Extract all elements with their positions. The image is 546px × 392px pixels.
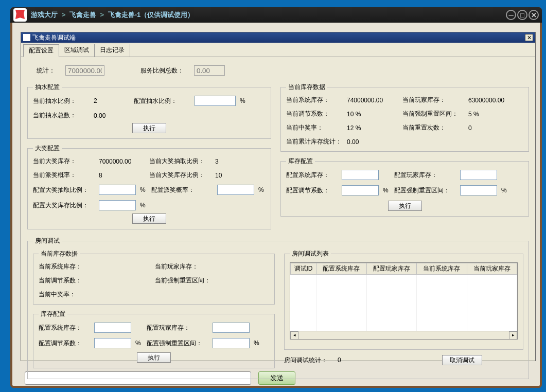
- tab-bar: 配置设置 区域调试 日志记录: [21, 43, 535, 57]
- room-debug-list-group: 房间调试列表 调试ID 配置系统库存 配置玩家库存 当前系统库存 当前玩家库存: [284, 250, 523, 350]
- room-debug-legend: 房间调试: [33, 237, 62, 245]
- cfg-force-reset-input[interactable]: [460, 185, 497, 195]
- adj-coef-label: 当前调节系数：: [286, 110, 343, 118]
- cfg-dispatch-prob-label: 配置派奖概率：: [151, 186, 213, 194]
- room-force-reset-label: 当前强制重置区间：: [155, 276, 217, 285]
- room-cfg-sys-stock-input[interactable]: [94, 323, 131, 333]
- table-row[interactable]: [291, 291, 517, 299]
- cfg-draw-ratio-input[interactable]: [99, 185, 136, 195]
- stat-value: [65, 65, 104, 76]
- cfg-draw-ratio-label: 配置抽水比例：: [134, 97, 190, 105]
- cfg-adj-coef-input[interactable]: [342, 185, 379, 195]
- cur-prize-stock-ratio-label: 当前大奖库存比例：: [149, 171, 211, 180]
- sys-stock-label: 当前系统库存：: [286, 96, 343, 104]
- room-cfg-adj-coef-input[interactable]: [94, 338, 131, 348]
- room-cfg-force-reset-input[interactable]: [213, 338, 250, 348]
- table-row[interactable]: [291, 316, 517, 324]
- cum-stock-label: 当前累计库存统计：: [286, 137, 343, 146]
- cfg-draw-ratio-input[interactable]: [195, 96, 236, 106]
- col-cur-sys-stock[interactable]: 当前系统库存: [417, 263, 467, 275]
- force-reset-value: 5 %: [468, 111, 515, 118]
- table-row[interactable]: [291, 299, 517, 308]
- room-cfg-player-stock-label: 配置玩家库存：: [147, 324, 208, 332]
- room-stock-execute-button[interactable]: 执行: [137, 352, 171, 363]
- sys-stock-value: 74000000.00: [347, 97, 398, 104]
- prize-config-execute-button[interactable]: 执行: [132, 213, 166, 224]
- pct-label: %: [140, 202, 147, 209]
- cur-prize-stock-ratio-value: 10: [215, 172, 236, 179]
- room-cfg-adj-coef-label: 配置调节系数：: [39, 339, 90, 348]
- room-adj-coef-label: 当前调节系数：: [39, 276, 95, 285]
- draw-config-legend: 抽水配置: [33, 83, 62, 92]
- room-current-data-group: 当前库存数据 当前系统库存： 当前玩家库存： 当前调节系数： 当前强制重置区间：…: [33, 250, 275, 305]
- col-cur-player-stock[interactable]: 当前玩家库存: [467, 263, 517, 275]
- room-sys-stock-label: 当前系统库存：: [39, 262, 95, 271]
- room-cfg-sys-stock-label: 配置系统库存：: [39, 324, 90, 332]
- room-cfg-player-stock-input[interactable]: [213, 323, 250, 333]
- room-debug-stat-label: 房间调试统计：: [284, 356, 327, 365]
- breadcrumb: 游戏大厅 > 飞禽走兽 > 飞禽走兽-1（仅供调试使用）: [31, 10, 194, 20]
- tab-area-debug[interactable]: 区域调试: [59, 44, 95, 57]
- cfg-dispatch-prob-input[interactable]: [217, 185, 254, 195]
- dialog-close-button[interactable]: ✕: [525, 34, 533, 41]
- draw-config-execute-button[interactable]: 执行: [132, 123, 166, 133]
- cfg-prize-stock-ratio-input[interactable]: [99, 200, 136, 210]
- current-stock-legend: 当前库存数据: [286, 83, 327, 92]
- cum-stock-value: 0.00: [347, 138, 398, 146]
- pct-label: %: [258, 186, 266, 193]
- breadcrumb-item[interactable]: 飞禽走兽-1（仅供调试使用）: [108, 11, 195, 19]
- app-logo-icon: [13, 8, 27, 22]
- cfg-sys-stock-input[interactable]: [342, 170, 379, 180]
- prize-config-legend: 大奖配置: [33, 144, 62, 153]
- pct-label: %: [135, 340, 143, 347]
- breadcrumb-item[interactable]: 飞禽走兽: [69, 11, 96, 19]
- pct-label: %: [140, 186, 147, 193]
- room-debug-stat-value: 0: [338, 357, 341, 364]
- maximize-button[interactable]: □: [517, 10, 527, 20]
- room-debug-table[interactable]: 调试ID 配置系统库存 配置玩家库存 当前系统库存 当前玩家库存: [290, 262, 518, 340]
- col-cfg-sys-stock[interactable]: 配置系统库存: [316, 263, 367, 275]
- dialog-title-bar[interactable]: 飞禽走兽调试端 ✕: [21, 32, 535, 43]
- scroll-right-icon[interactable]: ▸: [509, 331, 517, 340]
- cfg-adj-coef-label: 配置调节系数：: [286, 186, 338, 195]
- breadcrumb-sep: >: [62, 11, 66, 19]
- stock-config-legend: 库存配置: [286, 157, 315, 166]
- breadcrumb-item[interactable]: 游戏大厅: [31, 11, 58, 19]
- table-row[interactable]: [291, 308, 517, 316]
- col-cfg-player-stock[interactable]: 配置玩家库存: [366, 263, 417, 275]
- pct-label: %: [383, 187, 390, 194]
- room-stock-config-legend: 库存配置: [39, 310, 67, 318]
- close-button[interactable]: ✕: [529, 10, 539, 20]
- stock-config-group: 库存配置 配置系统库存： 配置玩家库存： 配置调节系数： % 配置强制重置区间：: [280, 157, 529, 217]
- cur-draw-total-label: 当前抽水总数：: [33, 111, 90, 120]
- minimize-button[interactable]: ─: [506, 10, 516, 20]
- room-debug-list-legend: 房间调试列表: [290, 250, 331, 258]
- cfg-draw-ratio-label: 配置大奖抽取比例：: [33, 186, 95, 194]
- table-row[interactable]: [291, 275, 517, 283]
- cfg-player-stock-label: 配置玩家库存：: [394, 171, 456, 180]
- cfg-force-reset-label: 配置强制重置区间：: [394, 186, 456, 195]
- cfg-player-stock-input[interactable]: [460, 170, 497, 180]
- stock-config-execute-button[interactable]: 执行: [388, 201, 422, 211]
- cancel-debug-button[interactable]: 取消调试: [442, 355, 482, 365]
- tab-log[interactable]: 日志记录: [94, 44, 130, 57]
- tab-config[interactable]: 配置设置: [23, 44, 59, 57]
- reset-count-value: 0: [468, 124, 515, 132]
- cfg-sys-stock-label: 配置系统库存：: [286, 171, 338, 180]
- dialog-body: 统计： 服务比例总数： 抽水配置 当前抽水比例： 2 配置抽水比例： % 当前抽…: [21, 57, 535, 392]
- cur-prize-stock-label: 当前大奖库存：: [33, 157, 95, 166]
- service-total-label: 服务比例总数：: [140, 66, 184, 75]
- table-row[interactable]: [291, 283, 517, 291]
- room-win-rate-label: 当前中奖率：: [39, 290, 95, 299]
- cur-draw-ratio-label: 当前抽水比例：: [33, 97, 90, 105]
- dialog-icon: [23, 34, 30, 41]
- service-total-value: [194, 65, 225, 76]
- force-reset-label: 当前强制重置区间：: [402, 110, 464, 118]
- player-stock-value: 63000000.00: [468, 97, 515, 104]
- dialog-title-text: 飞禽走兽调试端: [32, 33, 76, 42]
- debug-dialog: 飞禽走兽调试端 ✕ 配置设置 区域调试 日志记录 统计： 服务比例总数： 抽水配…: [21, 32, 536, 361]
- h-scrollbar[interactable]: ◂ ▸: [290, 331, 517, 339]
- app-title-bar: 游戏大厅 > 飞禽走兽 > 飞禽走兽-1（仅供调试使用） ─ □ ✕: [10, 7, 542, 23]
- scroll-left-icon[interactable]: ◂: [290, 331, 298, 340]
- col-debug-id[interactable]: 调试ID: [291, 263, 316, 275]
